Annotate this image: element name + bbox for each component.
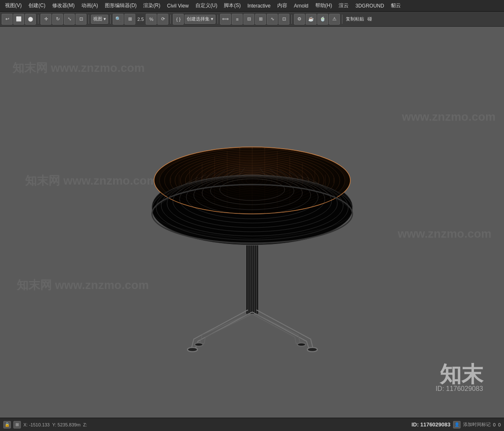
status-right-section: ID: 1176029083 👤 添加时间标记 0 0 xyxy=(412,421,501,428)
grid-icon[interactable]: ⊞ xyxy=(13,421,21,428)
render2-button[interactable]: 🍵 xyxy=(317,14,328,25)
menu-yunzhi[interactable]: 渲云 xyxy=(335,0,352,11)
selection-dropdown[interactable]: 创建选择集 ▾ xyxy=(185,15,215,24)
menu-help[interactable]: 帮助(H) xyxy=(312,0,336,11)
view-dropdown-arrow: ▾ xyxy=(104,16,106,22)
move-button[interactable]: ✛ xyxy=(41,14,51,25)
menu-animation[interactable]: 动画(A) xyxy=(78,0,101,11)
menu-render[interactable]: 渲染(R) xyxy=(140,0,164,11)
svg-point-6 xyxy=(187,347,198,352)
copy-paste-label: 复制粘贴 xyxy=(344,16,365,22)
coord-z: Z: xyxy=(83,422,87,427)
selection-dropdown-arrow: ▾ xyxy=(211,16,213,22)
zoom-region-button[interactable]: ⊞ xyxy=(124,14,135,25)
watermark-1: 知末网 www.znzmo.com xyxy=(13,60,144,76)
mirror-button[interactable]: ⟺ xyxy=(220,14,231,25)
undo-button[interactable]: ↩ xyxy=(2,14,13,25)
extra-label: 碰 xyxy=(366,16,373,22)
angle-button[interactable]: ⟳ xyxy=(157,14,168,25)
zoom-button[interactable]: 🔍 xyxy=(113,14,124,25)
scale-button[interactable]: ⤡ xyxy=(64,14,75,25)
curve-button[interactable]: ∿ xyxy=(267,14,278,25)
menu-interactive[interactable]: Interactive xyxy=(244,1,274,10)
viewport[interactable]: 知末网 www.znzmo.com www.znzmo.com 知末网 www.… xyxy=(0,27,504,418)
number-badge: 2.5 xyxy=(136,17,145,22)
svg-point-56 xyxy=(220,179,285,200)
user-icon[interactable]: 👤 xyxy=(453,421,461,428)
status-num2: 0 xyxy=(498,422,501,427)
percent-button[interactable]: % xyxy=(146,14,157,25)
warn-button[interactable]: ⚠ xyxy=(329,14,340,25)
menu-3dground[interactable]: 3DGROUND xyxy=(352,1,387,10)
brand-logo-chinese: 知末 xyxy=(436,363,483,385)
menu-script[interactable]: 脚本(S) xyxy=(220,0,244,11)
place-button[interactable]: ⊡ xyxy=(76,14,86,25)
asset-id: ID: 1176029083 xyxy=(412,421,451,428)
selection-dropdown-label: 创建选择集 xyxy=(187,16,210,22)
rotate-button[interactable]: ↻ xyxy=(52,14,63,25)
svg-point-9 xyxy=(297,343,306,346)
menu-create[interactable]: 创建(C) xyxy=(25,0,49,11)
view-dropdown-label: 视图 xyxy=(93,16,102,22)
status-bar: 🔒 ⊞ X: -1510.133 Y: 5235.839m Z: ID: 117… xyxy=(0,418,504,431)
menu-view[interactable]: 视图(V) xyxy=(2,0,25,11)
toolbar: ↩ ⬜ ⬤ ✛ ↻ ⤡ ⊡ 视图 ▾ 🔍 ⊞ 2.5 % ⟳ { } 创建选择集… xyxy=(0,12,504,27)
render1-button[interactable]: ☕ xyxy=(306,14,317,25)
select-rect-button[interactable]: ⬜ xyxy=(13,14,24,25)
separator-3 xyxy=(110,15,111,24)
watermark-4: www.znzmo.com xyxy=(398,227,491,241)
separator-2 xyxy=(89,15,89,24)
align2-button[interactable]: ⊟ xyxy=(243,14,254,25)
separator-6 xyxy=(291,15,292,24)
svg-point-8 xyxy=(195,343,203,346)
brand-logo-id: ID: 1176029083 xyxy=(436,385,483,393)
menu-diaoyun[interactable]: 貂云 xyxy=(387,0,404,11)
select-circle-button[interactable]: ⬤ xyxy=(25,14,36,25)
coord-y: Y: 5235.839m xyxy=(52,422,81,427)
settings-button[interactable]: ⚙ xyxy=(294,14,305,25)
brand-watermark: 知末 ID: 1176029083 xyxy=(436,363,483,393)
menu-content[interactable]: 内容 xyxy=(274,0,291,11)
menu-bar: 视图(V) 创建(C) 修改器(M) 动画(A) 图形编辑器(D) 渲染(R) … xyxy=(0,0,504,12)
menu-modifier[interactable]: 修改器(M) xyxy=(49,0,78,11)
watermark-2: www.znzmo.com xyxy=(402,110,496,124)
status-num1: 0 xyxy=(493,422,496,427)
menu-graph-editor[interactable]: 图形编辑器(D) xyxy=(101,0,140,11)
menu-arnold[interactable]: Arnold xyxy=(291,1,312,10)
capture-button[interactable]: ⊡ xyxy=(279,14,289,25)
add-timestamp-button[interactable]: 添加时间标记 xyxy=(463,421,491,428)
coord-x: X: -1510.133 xyxy=(23,422,50,427)
svg-point-7 xyxy=(307,347,317,352)
snap-button[interactable]: { } xyxy=(173,14,184,25)
menu-custom[interactable]: 自定义(U) xyxy=(192,0,221,11)
align-button[interactable]: ≡ xyxy=(232,14,243,25)
array-button[interactable]: ⊞ xyxy=(255,14,266,25)
separator-1 xyxy=(38,15,38,24)
separator-7 xyxy=(342,15,342,24)
chair-3d-model xyxy=(106,76,398,368)
separator-5 xyxy=(218,15,218,24)
lock-icon[interactable]: 🔒 xyxy=(3,421,11,428)
separator-4 xyxy=(170,15,171,24)
menu-civil-view[interactable]: Civil View xyxy=(164,1,192,10)
view-dropdown[interactable]: 视图 ▾ xyxy=(91,15,108,24)
